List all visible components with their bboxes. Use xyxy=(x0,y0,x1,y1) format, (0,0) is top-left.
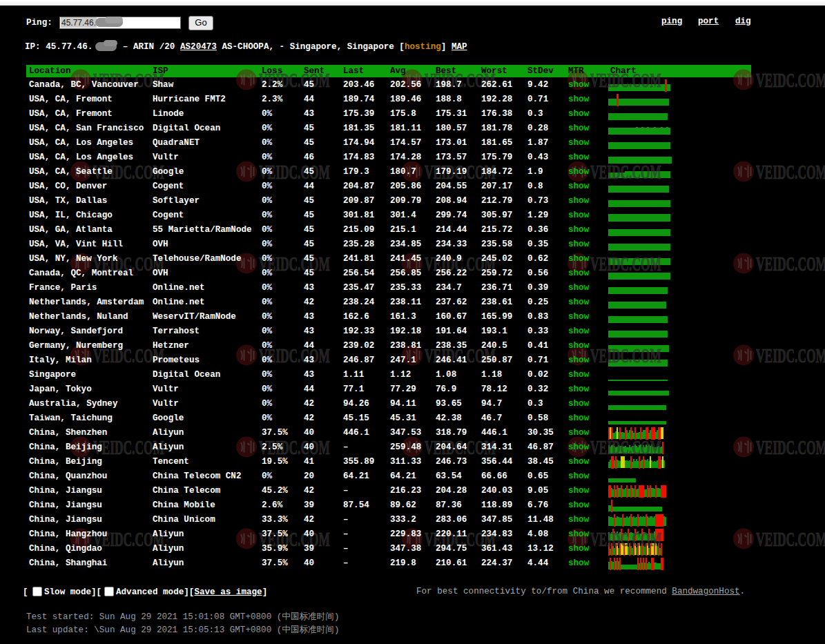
svg-text:VEIDC.COM: VEIDC.COM xyxy=(756,161,825,183)
svg-text:VEIDC.COM: VEIDC.COM xyxy=(756,528,825,550)
svg-text:VEIDC.COM: VEIDC.COM xyxy=(756,344,825,367)
svg-text:VEIDC.COM: VEIDC.COM xyxy=(756,253,825,275)
svg-text:VEIDC.COM: VEIDC.COM xyxy=(756,436,825,458)
svg-text:VEIDC.COM: VEIDC.COM xyxy=(756,69,825,91)
